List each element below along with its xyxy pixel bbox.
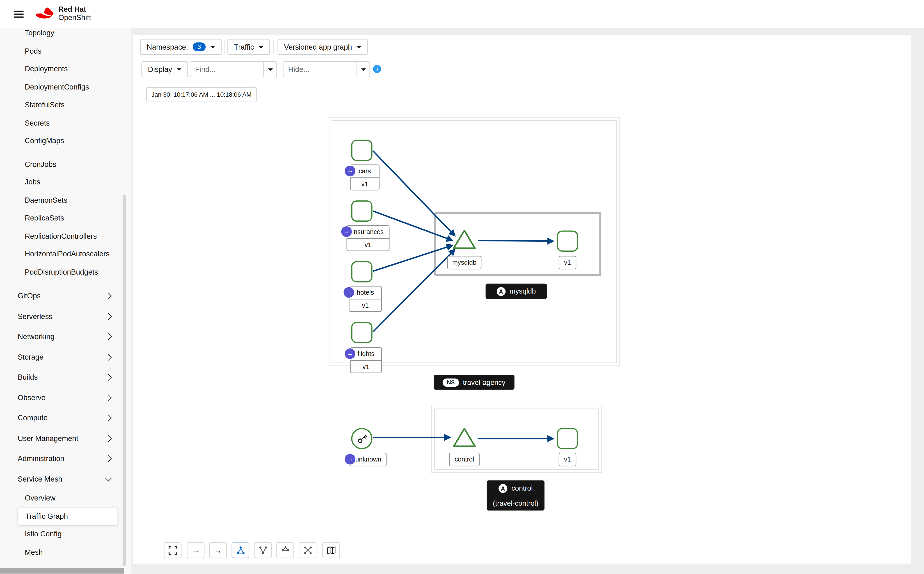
namespace-name: travel-agency (463, 378, 505, 386)
chevron-right-icon (105, 435, 112, 442)
sidebar-item-cronjobs[interactable]: CronJobs (0, 155, 131, 173)
sidebar-item-topology[interactable]: Topology (0, 28, 131, 42)
sidebar-vertical-scrollbar[interactable] (123, 195, 126, 566)
namespace-dropdown[interactable]: Namespace: 3 (140, 39, 222, 55)
sidebar-item-jobs[interactable]: Jobs (0, 173, 131, 191)
sidebar-section-builds[interactable]: Builds (0, 367, 131, 388)
sidebar-item-replicationcontrollers[interactable]: ReplicationControllers (0, 227, 131, 245)
chevron-down-icon (105, 475, 112, 481)
sidebar-item-replicasets[interactable]: ReplicaSets (0, 209, 131, 227)
sidebar-section-gitops[interactable]: GitOps (0, 286, 131, 306)
chevron-right-icon (105, 415, 112, 421)
caret-down-icon (211, 46, 215, 48)
chevron-right-icon (105, 353, 112, 360)
node-flights[interactable] (351, 322, 372, 343)
sidebar-horizontal-scrollbar[interactable] (0, 568, 124, 574)
traffic-type-dropdown[interactable]: Traffic (227, 39, 270, 55)
chevron-right-icon (105, 333, 112, 340)
sidebar-item-horizontalpodautoscalers[interactable]: HorizontalPodAutoscalers (0, 245, 131, 263)
node-version: v1 (351, 177, 379, 190)
node-label-hotels[interactable]: → hotels v1 (349, 286, 382, 312)
sidebar-section-serverless[interactable]: Serverless (0, 306, 131, 326)
find-input[interactable] (190, 62, 264, 77)
node-version: v1 (559, 453, 576, 465)
legend-button[interactable] (322, 542, 340, 558)
arrow-right-icon: → (192, 546, 200, 555)
app-group-label-control[interactable]: A control (travel-control) (487, 481, 545, 511)
layout-concentric-button[interactable] (299, 542, 316, 558)
node-control-service[interactable] (452, 426, 477, 449)
sidebar-item-mesh-overview[interactable]: Overview (17, 489, 118, 507)
layout-force-button-active[interactable] (232, 542, 249, 558)
sidebar-section-label: Administration (17, 454, 64, 463)
sidebar-item-traffic-graph[interactable]: Traffic Graph (17, 508, 118, 525)
sidebar-item-statefulsets[interactable]: StatefulSets (0, 96, 131, 114)
toolbar-separator (273, 40, 274, 54)
node-name: insurances (347, 226, 389, 238)
node-label-control-v1[interactable]: v1 (559, 453, 576, 466)
node-unknown[interactable] (351, 428, 372, 449)
app-group-label-mysqldb[interactable]: A mysqldb (486, 284, 547, 299)
nav-divider (14, 152, 118, 153)
node-control-v1[interactable] (557, 428, 578, 449)
node-hotels[interactable] (351, 261, 372, 282)
node-cars[interactable] (351, 140, 372, 161)
node-label-insurances[interactable]: → insurances v1 (346, 225, 389, 251)
hide-options-button[interactable] (357, 62, 370, 77)
layout-grid-button[interactable] (276, 542, 294, 558)
sidebar-section-storage[interactable]: Storage (0, 347, 131, 367)
brand-product: OpenShift (58, 14, 91, 22)
sidebar-section-label: Storage (17, 353, 43, 361)
sidebar-section-compute[interactable]: Compute (0, 408, 131, 428)
fit-to-screen-button[interactable] (164, 542, 181, 558)
graph-type-dropdown[interactable]: Versioned app graph (278, 39, 368, 55)
network-graph-icon (258, 546, 267, 555)
layout-dagre-button[interactable] (254, 542, 272, 558)
caret-down-icon (361, 68, 366, 70)
namespace-count-badge: 3 (193, 43, 206, 51)
caret-down-icon (259, 46, 263, 48)
masthead: Red Hat OpenShift (0, 0, 924, 28)
node-label-unknown[interactable]: → unknown (350, 453, 387, 466)
sidebar-item-istio-config[interactable]: Istio Config (17, 525, 118, 544)
sidebar-section-user-management[interactable]: User Management (0, 428, 131, 449)
time-range-badge: Jan 30, 10:17:06 AM ... 10:18:06 AM (146, 87, 257, 101)
chevron-right-icon (105, 313, 112, 320)
sidebar-item-secrets[interactable]: Secrets (0, 114, 131, 132)
sidebar-item-daemonsets[interactable]: DaemonSets (0, 191, 131, 209)
layout-arrow-button-1[interactable]: → (187, 542, 205, 558)
layout-arrow-button-2[interactable]: → (209, 542, 227, 558)
node-mysqldb-service[interactable] (452, 227, 477, 251)
sidebar-section-label: Networking (17, 333, 55, 341)
left-navigation: Topology Pods Deployments DeploymentConf… (0, 28, 131, 574)
sidebar-section-service-mesh[interactable]: Service Mesh (0, 469, 131, 489)
root-badge-icon: → (341, 226, 352, 237)
display-dropdown[interactable]: Display (142, 62, 188, 77)
sidebar-section-observe[interactable]: Observe (0, 388, 131, 408)
sidebar-section-administration[interactable]: Administration (0, 449, 131, 469)
sidebar-item-configmaps[interactable]: ConfigMaps (0, 132, 131, 150)
sidebar-item-mesh[interactable]: Mesh (17, 544, 118, 561)
node-label-mysqldb[interactable]: mysqldb (447, 256, 482, 269)
sidebar-item-poddisruptionbudgets[interactable]: PodDisruptionBudgets (0, 263, 131, 281)
hamburger-menu-icon[interactable] (14, 11, 24, 18)
node-mysqldb-v1[interactable] (557, 230, 578, 252)
node-label-control[interactable]: control (449, 453, 480, 466)
info-icon[interactable]: i (373, 65, 381, 73)
root-badge-icon: → (345, 348, 356, 359)
root-badge-icon: → (345, 166, 356, 176)
node-label-cars[interactable]: → cars v1 (350, 165, 379, 191)
node-label-mysqldb-v1[interactable]: v1 (559, 256, 576, 269)
node-label-flights[interactable]: → flights v1 (350, 347, 382, 373)
hide-input[interactable] (283, 62, 357, 77)
sidebar-section-networking[interactable]: Networking (0, 327, 131, 347)
sidebar-item-deploymentconfigs[interactable]: DeploymentConfigs (0, 78, 131, 96)
traffic-dropdown-label: Traffic (234, 43, 254, 51)
namespace-label-travel-agency[interactable]: NS travel-agency (434, 375, 514, 390)
map-icon (327, 546, 335, 555)
sidebar-item-pods[interactable]: Pods (0, 42, 131, 60)
find-options-button[interactable] (264, 62, 277, 77)
sidebar-item-deployments[interactable]: Deployments (0, 60, 131, 78)
key-icon (357, 434, 367, 443)
node-insurances[interactable] (351, 200, 372, 222)
